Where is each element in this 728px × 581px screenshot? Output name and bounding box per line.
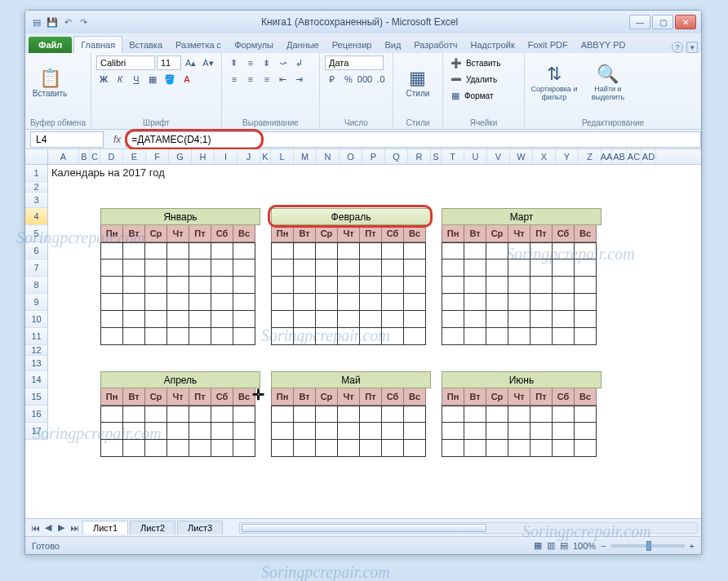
day-cell[interactable] (144, 423, 167, 440)
row-header-9[interactable]: 9 (25, 294, 48, 311)
orientation-icon[interactable]: ⤻ (276, 55, 291, 70)
col-header-AA[interactable]: AA (601, 149, 612, 164)
align-mid-icon[interactable]: ≡ (243, 55, 258, 70)
day-cell[interactable] (189, 294, 211, 311)
day-cell[interactable] (359, 440, 382, 457)
align-bot-icon[interactable]: ⇟ (260, 55, 274, 70)
day-cell[interactable] (293, 311, 316, 328)
day-cell[interactable] (233, 423, 255, 440)
day-cell[interactable] (359, 277, 382, 294)
row-header-15[interactable]: 15 (25, 388, 48, 406)
day-cell[interactable] (100, 277, 123, 294)
shrink-font-icon[interactable]: A▾ (200, 55, 215, 70)
ribbon-tab-9[interactable]: Foxit PDF (522, 37, 575, 53)
day-cell[interactable] (574, 277, 597, 294)
day-cell[interactable] (144, 406, 167, 423)
day-cell[interactable] (271, 440, 294, 457)
day-cell[interactable] (166, 440, 189, 457)
formula-bar[interactable]: =ДАТАМЕС(D4;1) (126, 131, 701, 148)
name-box[interactable]: L4 (30, 131, 104, 148)
day-cell[interactable] (381, 277, 404, 294)
day-cell[interactable] (464, 277, 486, 294)
day-cell[interactable] (100, 259, 123, 277)
align-center-icon[interactable]: ≡ (243, 72, 258, 86)
day-cell[interactable] (233, 440, 255, 457)
col-header-K[interactable]: K (260, 149, 271, 164)
month-header[interactable]: Апрель (100, 371, 260, 388)
month-header[interactable]: Январь (100, 208, 260, 225)
italic-button[interactable]: К (113, 72, 127, 86)
help-icon[interactable]: ? (672, 42, 683, 53)
day-cell[interactable] (315, 311, 338, 328)
day-cell[interactable] (381, 440, 404, 457)
row-header-2[interactable]: 2 (25, 182, 48, 193)
currency-icon[interactable]: ₽ (325, 72, 340, 86)
day-cell[interactable] (464, 259, 486, 277)
day-cell[interactable] (122, 423, 145, 440)
align-right-icon[interactable]: ≡ (260, 72, 274, 86)
day-cell[interactable] (122, 259, 145, 277)
number-format-box[interactable]: Дата (325, 55, 384, 70)
day-cell[interactable] (337, 242, 360, 259)
day-cell[interactable] (486, 406, 508, 423)
cells-delete-button[interactable]: ➖ (448, 72, 464, 86)
day-cell[interactable] (381, 242, 404, 259)
day-cell[interactable] (189, 311, 211, 328)
day-cell[interactable] (337, 328, 360, 345)
day-cell[interactable] (293, 294, 316, 311)
day-cell[interactable] (233, 242, 255, 259)
row-header-8[interactable]: 8 (25, 277, 48, 294)
col-header-AD[interactable]: AD (641, 149, 656, 164)
underline-button[interactable]: Ч (129, 72, 144, 86)
align-top-icon[interactable]: ⇞ (227, 55, 242, 70)
col-header-W[interactable]: W (510, 149, 533, 164)
day-cell[interactable] (100, 294, 123, 311)
zoom-in-icon[interactable]: + (690, 541, 695, 551)
indent-dec-icon[interactable]: ⇤ (276, 72, 291, 86)
day-cell[interactable] (211, 259, 233, 277)
day-cell[interactable] (464, 294, 486, 311)
view-normal-icon[interactable]: ▦ (534, 540, 542, 551)
ribbon-tab-2[interactable]: Разметка с (169, 37, 228, 53)
day-cell[interactable] (359, 423, 382, 440)
cells-format-button[interactable]: ▦ (448, 88, 463, 103)
ribbon-tab-1[interactable]: Вставка (122, 37, 169, 53)
day-cell[interactable] (271, 328, 294, 345)
day-cell[interactable] (293, 440, 316, 457)
day-cell[interactable] (189, 277, 211, 294)
row-header-4[interactable]: 4 (25, 208, 48, 225)
day-cell[interactable] (337, 440, 360, 457)
day-cell[interactable] (403, 311, 426, 328)
scrollbar-thumb[interactable] (242, 524, 486, 532)
day-cell[interactable] (442, 294, 464, 311)
day-cell[interactable] (486, 259, 508, 277)
month-header[interactable]: Май (271, 371, 431, 388)
day-cell[interactable] (337, 294, 360, 311)
row-header-11[interactable]: 11 (25, 328, 48, 345)
day-cell[interactable] (359, 259, 382, 277)
day-cell[interactable] (189, 423, 211, 440)
cell-grid[interactable]: Календарь на 2017 год ЯнварьПнВтСрЧтПтСб… (48, 165, 701, 518)
day-cell[interactable] (508, 294, 530, 311)
bold-button[interactable]: Ж (96, 72, 111, 86)
day-cell[interactable] (315, 423, 338, 440)
day-cell[interactable] (144, 242, 167, 259)
row-header-16[interactable]: 16 (25, 406, 48, 423)
col-header-S[interactable]: S (431, 149, 442, 164)
day-cell[interactable] (574, 259, 597, 277)
day-cell[interactable] (403, 440, 426, 457)
col-header-B[interactable]: B (79, 149, 90, 164)
day-cell[interactable] (211, 294, 233, 311)
day-cell[interactable] (486, 328, 508, 345)
day-cell[interactable] (166, 328, 189, 345)
col-header-AC[interactable]: AC (627, 149, 641, 164)
comma-icon[interactable]: 000 (357, 72, 372, 86)
day-cell[interactable] (122, 277, 145, 294)
day-cell[interactable] (464, 242, 486, 259)
day-cell[interactable] (122, 440, 145, 457)
wrap-icon[interactable]: ↲ (292, 55, 307, 70)
day-cell[interactable] (381, 328, 404, 345)
day-cell[interactable] (508, 311, 530, 328)
col-header-AB[interactable]: AB (612, 149, 627, 164)
day-cell[interactable] (359, 406, 382, 423)
